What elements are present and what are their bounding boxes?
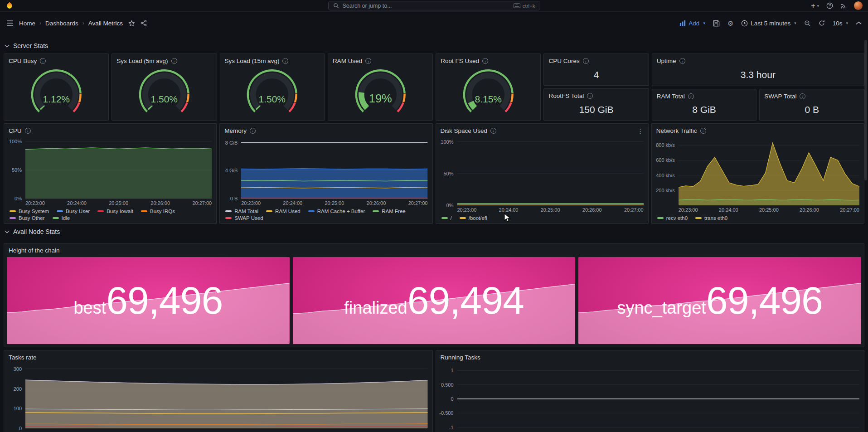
x-tick: 20:27:00 xyxy=(840,207,859,213)
plot-area[interactable] xyxy=(25,365,428,428)
y-tick: 0 xyxy=(451,396,453,402)
svg-text:1.50%: 1.50% xyxy=(259,94,286,104)
scrollbar[interactable] xyxy=(864,40,867,180)
save-icon[interactable] xyxy=(713,20,720,27)
panel-title[interactable]: CPU xyxy=(9,127,22,134)
panel-ram-total: RAM Totali 8 GiB xyxy=(652,89,757,121)
search-input[interactable]: Search or jump to... ctrl+k xyxy=(328,1,540,10)
info-icon[interactable]: i xyxy=(587,93,593,99)
panel-title[interactable]: RAM Used xyxy=(333,58,362,64)
legend-item[interactable]: recv eth0 xyxy=(657,215,688,221)
chevron-down-icon: ▾ xyxy=(817,4,819,8)
panel-title[interactable]: Network Traffic xyxy=(656,127,697,134)
legend-item[interactable]: Busy Other xyxy=(10,215,45,221)
panel-title[interactable]: Uptime xyxy=(657,58,676,64)
y-axis: 0%50%100% xyxy=(436,139,457,205)
legend-item[interactable]: Busy IRQs xyxy=(141,209,175,214)
breadcrumb-dashboards[interactable]: Dashboards xyxy=(45,20,78,27)
info-icon[interactable]: i xyxy=(25,128,31,134)
legend-item[interactable]: / xyxy=(441,215,452,221)
stat-value: 8 GiB xyxy=(652,101,756,120)
panel-title[interactable]: CPU Cores xyxy=(548,58,579,64)
info-icon[interactable]: i xyxy=(688,93,694,99)
info-icon[interactable]: i xyxy=(365,58,371,64)
avatar[interactable] xyxy=(854,1,863,10)
legend-item[interactable]: RAM Free xyxy=(373,209,405,214)
menu-toggle-icon[interactable] xyxy=(6,20,14,26)
stat-column: CPU Coresi 4 RootFS Totali 150 GiB xyxy=(543,53,649,121)
legend-item[interactable]: trans eth0 xyxy=(695,215,727,221)
time-range-picker[interactable]: Last 5 minutes ▾ xyxy=(741,20,796,27)
legend-item[interactable]: Busy User xyxy=(57,209,90,214)
x-axis: 20:23:0020:24:0020:25:0020:26:0020:27:00 xyxy=(679,205,859,213)
panel-title[interactable]: Height of the chain xyxy=(9,247,60,254)
plot-area[interactable] xyxy=(241,139,427,199)
x-tick: 20:25:00 xyxy=(541,207,560,213)
info-icon[interactable]: i xyxy=(490,128,496,134)
plot-area[interactable] xyxy=(457,365,860,432)
y-tick: -1 xyxy=(449,425,454,430)
legend-marker xyxy=(141,210,147,212)
x-tick: 20:23:00 xyxy=(457,207,477,213)
new-menu-button[interactable]: +▾ xyxy=(811,2,819,10)
legend-item[interactable]: RAM Used xyxy=(266,209,301,214)
legend-item[interactable]: Busy Iowait xyxy=(97,209,133,214)
collapse-chevron-icon[interactable] xyxy=(856,21,862,25)
share-icon[interactable] xyxy=(141,20,147,26)
panel-title[interactable]: Running Tasks xyxy=(441,354,480,361)
x-tick: 20:25:00 xyxy=(109,200,128,206)
panel-title[interactable]: RootFS Total xyxy=(548,92,584,99)
panel-height-of-chain: Height of the chain best69,496 finalized… xyxy=(4,243,864,347)
gauge: 8.15% xyxy=(436,66,540,120)
y-tick: 50% xyxy=(443,171,453,176)
height-stat-best: best69,496 xyxy=(7,257,290,344)
info-icon[interactable]: i xyxy=(250,128,256,134)
panel-title[interactable]: RAM Total xyxy=(657,93,685,100)
legend-item[interactable]: Idle xyxy=(53,215,70,221)
info-icon[interactable]: i xyxy=(40,58,46,64)
legend-item[interactable]: SWAP Used xyxy=(225,215,263,221)
help-icon[interactable] xyxy=(826,2,833,9)
news-icon[interactable] xyxy=(840,3,847,9)
legend-item[interactable]: RAM Cache + Buffer xyxy=(308,209,365,214)
refresh-interval-dropdown[interactable]: 10s ▾ xyxy=(833,20,848,27)
refresh-icon[interactable] xyxy=(819,20,825,26)
legend-item[interactable]: /boot/efi xyxy=(460,215,487,221)
panel-title[interactable]: Tasks rate xyxy=(9,354,37,361)
panel-sys-load-5m: Sys Load (5m avg)i 1.50% xyxy=(112,53,217,121)
info-icon[interactable]: i xyxy=(171,58,177,64)
favorite-star-icon[interactable] xyxy=(128,20,135,27)
panel-title[interactable]: Disk Space Used xyxy=(441,127,488,134)
legend-item[interactable]: Busy System xyxy=(10,209,49,214)
section-title: Server Stats xyxy=(13,42,48,49)
panel-title[interactable]: Sys Load (5m avg) xyxy=(116,58,168,64)
info-icon[interactable]: i xyxy=(679,58,685,64)
panel-title[interactable]: SWAP Total xyxy=(764,93,796,100)
plot-area[interactable] xyxy=(25,139,212,199)
gauge: 1.50% xyxy=(220,66,325,120)
info-icon[interactable]: i xyxy=(700,128,706,134)
add-button[interactable]: Add ▾ xyxy=(679,20,705,27)
y-axis: 0 B4 GiB8 GiB xyxy=(220,139,241,199)
plot-area[interactable] xyxy=(457,139,644,205)
y-tick: 600 kb/s xyxy=(656,157,675,163)
legend-item[interactable]: RAM Total xyxy=(225,209,258,214)
info-icon[interactable]: i xyxy=(800,93,805,99)
panel-title[interactable]: CPU Busy xyxy=(9,58,37,64)
panel-title[interactable]: Root FS Used xyxy=(441,58,479,64)
breadcrumb-home[interactable]: Home xyxy=(19,20,35,27)
panel-menu-icon[interactable]: ⋮ xyxy=(636,127,645,135)
grafana-logo-icon[interactable] xyxy=(5,1,14,10)
x-tick: 20:27:00 xyxy=(624,207,644,213)
panel-title[interactable]: Sys Load (15m avg) xyxy=(225,58,280,64)
row-avail-node-stats[interactable]: Avail Node Stats xyxy=(4,224,864,239)
zoom-out-icon[interactable] xyxy=(804,20,811,27)
info-icon[interactable]: i xyxy=(583,58,589,64)
info-icon[interactable]: i xyxy=(482,58,488,64)
row-server-stats[interactable]: Server Stats xyxy=(4,38,864,53)
settings-gear-icon[interactable]: ⚙ xyxy=(727,20,733,27)
breadcrumb-separator: › xyxy=(39,20,41,26)
plot-area[interactable] xyxy=(679,139,859,205)
info-icon[interactable]: i xyxy=(282,58,288,64)
panel-title[interactable]: Memory xyxy=(224,127,247,134)
